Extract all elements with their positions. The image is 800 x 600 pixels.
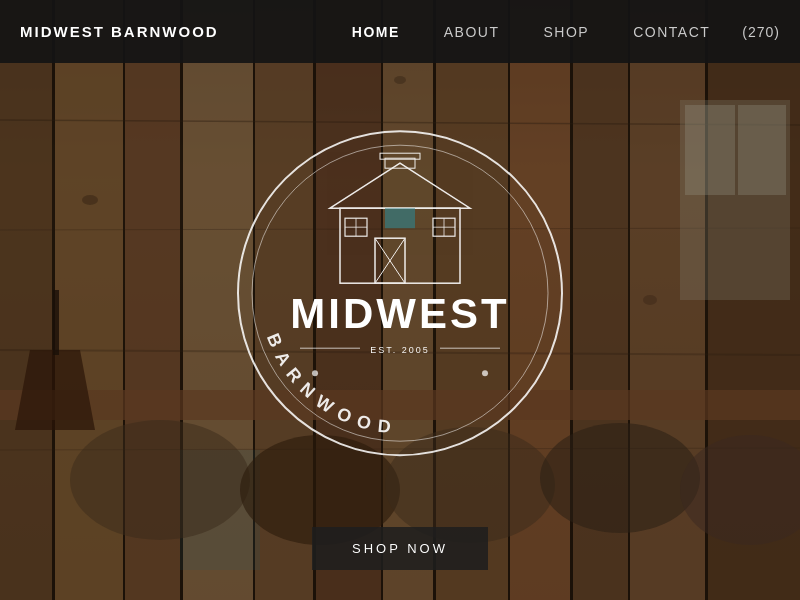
hero-section: MIDWEST EST. 2005 BARNWOOD SHOP NOW — [0, 0, 800, 600]
svg-point-37 — [70, 420, 250, 540]
svg-marker-47 — [330, 163, 470, 208]
nav-contact[interactable]: CONTACT — [611, 24, 732, 40]
svg-point-66 — [482, 370, 488, 376]
svg-text:MIDWEST: MIDWEST — [290, 290, 509, 337]
svg-point-65 — [312, 370, 318, 376]
logo-svg: MIDWEST EST. 2005 BARNWOOD — [230, 123, 570, 463]
svg-text:EST. 2005: EST. 2005 — [370, 345, 430, 355]
phone-number: (270) — [732, 24, 780, 40]
logo-container: MIDWEST EST. 2005 BARNWOOD — [230, 123, 570, 463]
svg-rect-59 — [385, 208, 415, 228]
navbar: MIDWEST BARNWOOD HOME ABOUT SHOP CONTACT… — [0, 0, 800, 63]
shop-now-button[interactable]: SHOP NOW — [312, 527, 488, 570]
nav-shop[interactable]: SHOP — [522, 24, 612, 40]
svg-rect-43 — [53, 290, 59, 355]
brand-name: MIDWEST BARNWOOD — [20, 23, 219, 40]
nav-links: HOME ABOUT SHOP CONTACT — [330, 24, 733, 40]
nav-about[interactable]: ABOUT — [422, 24, 522, 40]
nav-home[interactable]: HOME — [330, 24, 422, 40]
